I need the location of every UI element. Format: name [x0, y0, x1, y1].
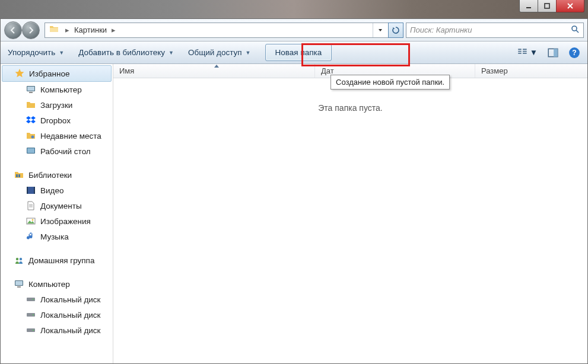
- sidebar-item-local-disk[interactable]: Локальный диск: [1, 307, 113, 323]
- svg-rect-10: [554, 49, 558, 56]
- chevron-down-icon: ▼: [59, 50, 64, 56]
- sidebar-item-dropbox[interactable]: Dropbox: [1, 113, 113, 128]
- image-icon: [26, 216, 36, 226]
- sidebar-item-downloads[interactable]: Загрузки: [1, 97, 113, 113]
- svg-rect-8: [523, 53, 527, 54]
- computer-icon: [26, 84, 36, 95]
- svg-point-36: [33, 330, 34, 331]
- desktop-icon: [26, 146, 36, 157]
- sidebar-item-computer[interactable]: Компьютер: [1, 82, 113, 97]
- svg-point-26: [16, 258, 18, 260]
- address-dropdown-button[interactable]: [373, 23, 387, 37]
- svg-point-2: [572, 26, 577, 31]
- chevron-right-icon[interactable]: ▸: [112, 25, 116, 34]
- window-controls: [520, 0, 584, 13]
- svg-rect-3: [518, 49, 522, 50]
- disk-icon: [26, 325, 36, 336]
- sort-ascending-icon: [214, 65, 219, 68]
- organize-menu[interactable]: Упорядочить▼: [8, 48, 64, 57]
- column-header-size[interactable]: Размер: [475, 64, 587, 78]
- chevron-right-icon[interactable]: ▸: [65, 25, 69, 34]
- close-button[interactable]: [556, 0, 584, 12]
- sidebar-item-local-disk[interactable]: Локальный диск: [1, 292, 113, 307]
- search-placeholder: Поиск: Картинки: [410, 25, 472, 34]
- svg-text:?: ?: [572, 49, 576, 57]
- svg-rect-20: [18, 174, 20, 177]
- sidebar-libraries-header[interactable]: Библиотеки: [1, 167, 113, 183]
- sidebar-item-documents[interactable]: Документы: [1, 198, 113, 213]
- svg-rect-22: [27, 187, 28, 194]
- document-icon: [26, 200, 36, 211]
- search-input[interactable]: Поиск: Картинки: [406, 23, 584, 38]
- video-icon: [26, 185, 36, 196]
- svg-rect-15: [29, 92, 33, 93]
- disk-icon: [26, 309, 36, 320]
- svg-rect-6: [523, 49, 527, 50]
- sidebar-item-local-disk[interactable]: Локальный диск: [1, 323, 113, 338]
- minimize-button[interactable]: [519, 0, 538, 12]
- preview-pane-button[interactable]: [547, 47, 559, 59]
- svg-rect-1: [545, 4, 549, 8]
- homegroup-icon: [14, 255, 24, 266]
- forward-button[interactable]: [22, 21, 40, 39]
- tooltip: Создание новой пустой папки.: [330, 75, 450, 90]
- add-to-library-menu[interactable]: Добавить в библиотеку▼: [78, 48, 174, 57]
- chevron-down-icon: ▼: [246, 50, 251, 56]
- folder-icon: [26, 100, 36, 110]
- svg-point-16: [31, 136, 34, 139]
- explorer-window: ▸ Картинки ▸ Поиск: Картинки: [0, 0, 588, 364]
- search-icon[interactable]: [571, 25, 580, 36]
- breadcrumb-item[interactable]: Картинки: [72, 25, 109, 34]
- content-area[interactable]: Имя Дат Размер Эта папка пуста.: [113, 64, 587, 363]
- svg-rect-14: [27, 87, 34, 91]
- svg-rect-30: [17, 286, 21, 288]
- empty-folder-message: Эта папка пуста.: [113, 103, 587, 113]
- folder-icon: [26, 130, 36, 141]
- column-header-name[interactable]: Имя: [113, 64, 315, 78]
- back-button[interactable]: [4, 21, 22, 39]
- svg-rect-29: [15, 281, 23, 285]
- chevron-down-icon: ▼: [169, 50, 174, 56]
- svg-rect-19: [16, 174, 18, 177]
- sidebar-favorites-header[interactable]: Избранное: [2, 65, 112, 82]
- svg-rect-21: [27, 187, 35, 194]
- chevron-down-icon: ▼: [530, 48, 538, 57]
- view-mode-button[interactable]: ▼: [517, 47, 538, 59]
- svg-rect-18: [27, 148, 34, 153]
- sidebar-item-recent-places[interactable]: Недавние места: [1, 128, 113, 143]
- sidebar-item-videos[interactable]: Видео: [1, 183, 113, 198]
- folder-icon: [49, 24, 59, 36]
- new-folder-button[interactable]: Новая папка: [265, 44, 332, 61]
- dropbox-icon: [26, 115, 36, 126]
- music-icon: [26, 231, 36, 242]
- navigation-bar: ▸ Картинки ▸ Поиск: Картинки: [1, 19, 587, 41]
- svg-rect-7: [523, 50, 527, 52]
- computer-icon: [14, 279, 24, 289]
- sidebar-item-pictures[interactable]: Изображения: [1, 213, 113, 229]
- svg-point-27: [20, 258, 22, 260]
- address-bar[interactable]: ▸ Картинки ▸: [45, 23, 403, 38]
- libraries-icon: [14, 170, 24, 180]
- disk-icon: [26, 294, 36, 305]
- help-button[interactable]: ?: [568, 47, 580, 59]
- sidebar-item-desktop[interactable]: Рабочий стол: [1, 143, 113, 159]
- refresh-button[interactable]: [388, 23, 403, 38]
- view-icon: [517, 47, 529, 59]
- command-bar: Упорядочить▼ Добавить в библиотеку▼ Общи…: [1, 41, 587, 64]
- svg-point-34: [33, 314, 34, 315]
- sidebar-homegroup-header[interactable]: Домашняя группа: [1, 253, 113, 268]
- svg-point-25: [32, 219, 34, 221]
- svg-rect-5: [518, 53, 522, 54]
- sidebar-item-music[interactable]: Музыка: [1, 229, 113, 244]
- sidebar-computer-header[interactable]: Компьютер: [1, 276, 113, 292]
- maximize-button[interactable]: [538, 0, 557, 12]
- share-menu[interactable]: Общий доступ▼: [188, 48, 251, 57]
- navigation-pane[interactable]: Избранное Компьютер Загрузки Dropbox: [1, 64, 113, 363]
- svg-rect-0: [526, 7, 531, 8]
- svg-rect-4: [518, 50, 522, 52]
- svg-point-32: [33, 299, 34, 300]
- star-icon: [14, 68, 25, 79]
- svg-rect-23: [34, 187, 35, 194]
